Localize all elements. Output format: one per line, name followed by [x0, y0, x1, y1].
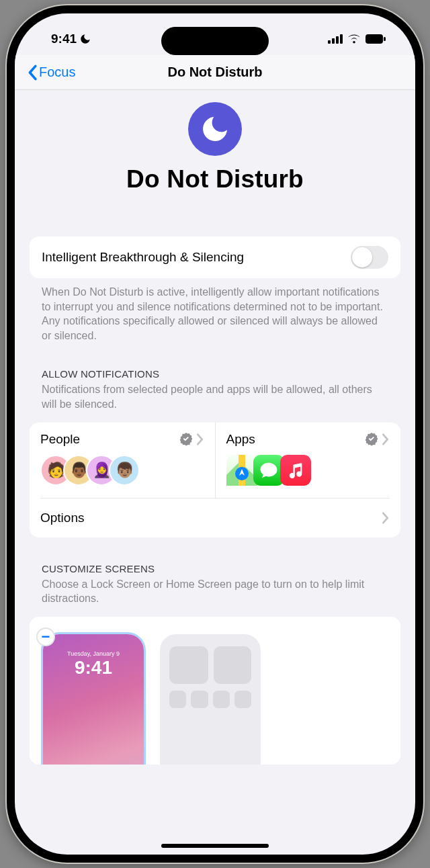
focus-moon-icon: [79, 33, 91, 45]
allow-card: People 🧑 👨🏾 🧕 👦🏽: [30, 423, 400, 537]
chevron-right-icon: [196, 433, 204, 445]
dnd-hero-icon: [188, 102, 242, 156]
lock-time: 9:41: [43, 657, 144, 679]
customize-header-caps: CUSTOMIZE SCREENS: [42, 563, 388, 574]
nav-bar: Focus Do Not Disturb: [15, 55, 415, 90]
hero: Do Not Disturb: [30, 90, 400, 193]
svg-rect-3: [340, 34, 343, 44]
options-row[interactable]: Options: [30, 498, 400, 537]
svg-rect-1: [332, 38, 335, 44]
svg-rect-0: [328, 40, 331, 44]
home-screen-thumb[interactable]: [160, 634, 261, 765]
chevron-right-icon: [382, 512, 390, 524]
svg-rect-2: [336, 36, 339, 44]
toggle-knob: [352, 247, 372, 267]
intelligent-card: Intelligent Breakthrough & Silencing: [30, 236, 400, 278]
allow-header-sub: Notifications from selected people and a…: [42, 382, 388, 411]
options-label: Options: [40, 511, 84, 525]
messages-app-icon: [253, 455, 284, 486]
avatar: 👦🏽: [109, 455, 140, 486]
wifi-icon: [347, 34, 361, 44]
customize-header: CUSTOMIZE SCREENS Choose a Lock Screen o…: [30, 537, 400, 607]
intelligent-footnote: When Do Not Disturb is active, intellige…: [30, 278, 400, 343]
lock-screen-thumb[interactable]: − Tuesday, January 9 9:41: [43, 634, 144, 765]
intelligent-label: Intelligent Breakthrough & Silencing: [42, 250, 244, 265]
battery-icon: [366, 34, 386, 44]
svg-rect-5: [384, 37, 386, 41]
people-avatars: 🧑 👨🏾 🧕 👦🏽: [40, 455, 204, 486]
apps-cell[interactable]: Apps: [215, 423, 401, 498]
intelligent-row[interactable]: Intelligent Breakthrough & Silencing: [30, 236, 400, 278]
status-time: 9:41: [51, 32, 77, 46]
apps-label: Apps: [226, 432, 255, 447]
screens-card: − Tuesday, January 9 9:41: [30, 617, 400, 765]
svg-rect-4: [366, 34, 383, 44]
allow-header: ALLOW NOTIFICATIONS Notifications from s…: [30, 343, 400, 413]
hero-title: Do Not Disturb: [30, 165, 400, 193]
music-app-icon: [280, 455, 311, 486]
checkmark-seal-icon: [179, 432, 194, 447]
checkmark-seal-icon: [364, 432, 379, 447]
people-cell[interactable]: People 🧑 👨🏾 🧕 👦🏽: [30, 423, 215, 498]
maps-app-icon: [226, 455, 257, 486]
cellular-icon: [328, 34, 343, 44]
dynamic-island: [161, 27, 269, 55]
lock-date: Tuesday, January 9: [43, 634, 144, 657]
people-label: People: [40, 432, 80, 447]
allow-header-caps: ALLOW NOTIFICATIONS: [42, 368, 388, 380]
intelligent-toggle[interactable]: [351, 246, 388, 269]
home-indicator[interactable]: [161, 844, 269, 848]
chevron-right-icon: [382, 433, 390, 445]
nav-title: Do Not Disturb: [15, 64, 415, 80]
apps-icons: [226, 455, 390, 486]
customize-header-sub: Choose a Lock Screen or Home Screen page…: [42, 577, 388, 606]
